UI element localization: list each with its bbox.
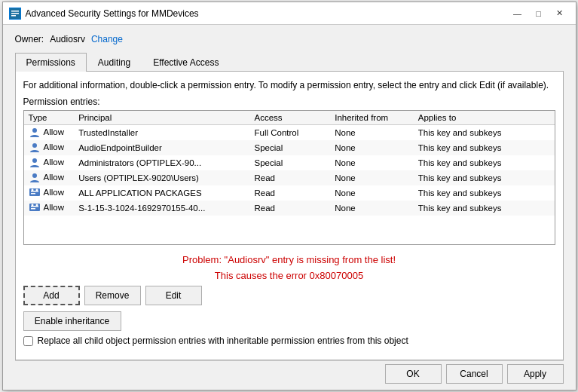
permission-table: Type Principal Access Inherited from App… — [24, 111, 555, 216]
cell-access: Special — [250, 140, 331, 155]
cell-access: Full Control — [250, 124, 331, 140]
tab-content-permissions: For additional information, double-click… — [15, 72, 564, 360]
owner-value: Audiosrv — [50, 34, 85, 44]
cell-access: Special — [250, 155, 331, 170]
problem-line2: This causes the error 0x80070005 — [23, 267, 555, 283]
cell-principal: TrustedInstaller — [74, 124, 249, 140]
svg-point-16 — [31, 204, 33, 206]
table-row[interactable]: AllowS-1-15-3-1024-1692970155-40...ReadN… — [24, 201, 555, 216]
ok-button[interactable]: OK — [385, 364, 442, 384]
col-header-type: Type — [24, 111, 75, 125]
cell-principal: AudioEndpointBuilder — [74, 140, 249, 155]
replace-checkbox-row[interactable]: Replace all child object permission entr… — [23, 335, 555, 346]
permission-table-container[interactable]: Type Principal Access Inherited from App… — [23, 110, 555, 245]
table-row[interactable]: AllowAdministrators (OPTIPLEX-90...Speci… — [24, 155, 555, 170]
add-button[interactable]: Add — [23, 286, 80, 305]
svg-point-17 — [35, 204, 38, 206]
info-text: For additional information, double-click… — [23, 79, 555, 92]
user-icon — [29, 142, 41, 152]
problem-text-container: Problem: "Audiosrv" entry is missing fro… — [23, 251, 555, 283]
svg-point-12 — [35, 188, 38, 191]
svg-rect-13 — [29, 204, 40, 211]
group-icon — [29, 188, 41, 197]
tab-effective-access[interactable]: Effective Access — [142, 53, 230, 72]
cell-applies: This key and subkeys — [414, 185, 555, 201]
cell-applies: This key and subkeys — [414, 201, 555, 216]
replace-checkbox[interactable] — [23, 336, 33, 346]
section-label: Permission entries: — [23, 96, 555, 107]
cell-applies: This key and subkeys — [414, 124, 555, 140]
svg-rect-2 — [11, 13, 19, 14]
svg-point-5 — [32, 143, 37, 148]
cell-applies: This key and subkeys — [414, 170, 555, 185]
svg-rect-10 — [31, 193, 35, 194]
title-bar: Advanced Security Settings for MMDevices… — [3, 2, 576, 25]
cell-principal: Users (OPTIPLEX-9020\Users) — [74, 170, 249, 185]
owner-label: Owner: — [15, 34, 44, 44]
cell-type: Allow — [24, 201, 75, 216]
owner-row: Owner: Audiosrv Change — [15, 34, 564, 44]
enable-inheritance-button[interactable]: Enable inheritance — [23, 311, 121, 331]
user-icon — [29, 127, 41, 136]
window-controls: — □ ✕ — [508, 6, 570, 21]
tab-permissions[interactable]: Permissions — [15, 53, 87, 72]
permission-action-buttons: Add Remove Edit — [23, 283, 555, 305]
cell-type: Allow — [24, 124, 75, 140]
replace-checkbox-label: Replace all child object permission entr… — [38, 335, 408, 346]
svg-point-11 — [31, 188, 33, 191]
cell-type: Allow — [24, 170, 75, 185]
svg-rect-3 — [11, 15, 16, 17]
cell-inherited: None — [330, 124, 414, 140]
close-button[interactable]: ✕ — [550, 6, 570, 21]
cell-principal: ALL APPLICATION PACKAGES — [74, 185, 249, 201]
tab-bar: Permissions Auditing Effective Access — [15, 52, 564, 72]
problem-line1: Problem: "Audiosrv" entry is missing fro… — [23, 251, 555, 267]
svg-rect-1 — [11, 11, 19, 12]
cell-inherited: None — [330, 170, 414, 185]
window-title: Advanced Security Settings for MMDevices — [26, 8, 508, 19]
table-row[interactable]: AllowAudioEndpointBuilderSpecialNoneThis… — [24, 140, 555, 155]
table-row[interactable]: AllowUsers (OPTIPLEX-9020\Users)ReadNone… — [24, 170, 555, 185]
apply-button[interactable]: Apply — [507, 364, 564, 384]
table-row[interactable]: AllowTrustedInstallerFull ControlNoneThi… — [24, 124, 555, 140]
col-header-principal: Principal — [74, 111, 249, 125]
col-header-applies: Applies to — [414, 111, 555, 125]
edit-button[interactable]: Edit — [145, 286, 202, 305]
cell-inherited: None — [330, 201, 414, 216]
cell-inherited: None — [330, 185, 414, 201]
inheritance-row: Enable inheritance — [23, 311, 555, 331]
col-header-access: Access — [250, 111, 331, 125]
user-icon — [29, 158, 41, 167]
cell-type: Allow — [24, 140, 75, 155]
window-content: Owner: Audiosrv Change Permissions Audit… — [3, 25, 576, 390]
col-header-inherited: Inherited from — [330, 111, 414, 125]
svg-point-7 — [32, 173, 37, 178]
table-row[interactable]: AllowALL APPLICATION PACKAGESReadNoneThi… — [24, 185, 555, 201]
main-window: Advanced Security Settings for MMDevices… — [2, 2, 576, 390]
minimize-button[interactable]: — — [508, 6, 528, 21]
cell-inherited: None — [330, 140, 414, 155]
cell-applies: This key and subkeys — [414, 155, 555, 170]
svg-point-6 — [32, 158, 37, 163]
svg-rect-15 — [31, 208, 35, 210]
cell-type: Allow — [24, 155, 75, 170]
svg-point-4 — [32, 128, 37, 133]
maximize-button[interactable]: □ — [529, 6, 549, 21]
table-header-row: Type Principal Access Inherited from App… — [24, 111, 555, 125]
group-icon — [29, 203, 41, 212]
cell-principal: Administrators (OPTIPLEX-90... — [74, 155, 249, 170]
window-icon — [9, 8, 21, 20]
cell-access: Read — [250, 185, 331, 201]
change-owner-link[interactable]: Change — [91, 34, 123, 44]
cell-inherited: None — [330, 155, 414, 170]
cell-access: Read — [250, 170, 331, 185]
cell-type: Allow — [24, 185, 75, 201]
cell-applies: This key and subkeys — [414, 140, 555, 155]
tab-auditing[interactable]: Auditing — [87, 53, 142, 72]
cell-access: Read — [250, 201, 331, 216]
remove-button[interactable]: Remove — [84, 286, 141, 305]
cell-principal: S-1-15-3-1024-1692970155-40... — [74, 201, 249, 216]
footer-buttons: OK Cancel Apply — [15, 360, 564, 384]
user-icon — [29, 173, 41, 182]
cancel-button[interactable]: Cancel — [446, 364, 503, 384]
